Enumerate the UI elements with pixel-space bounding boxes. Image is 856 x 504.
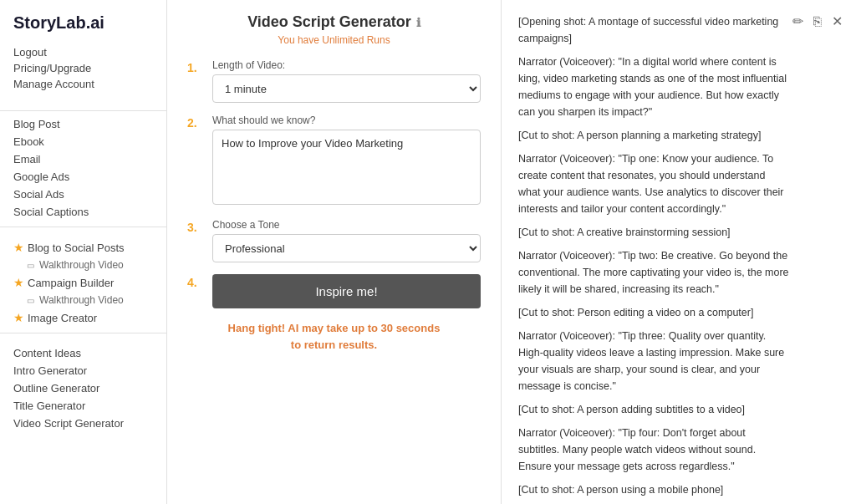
- form-panel: Video Script Generator ℹ You have Unlimi…: [167, 0, 502, 504]
- step-3-content: Choose a Tone Professional Casual Humoro…: [212, 219, 481, 262]
- output-paragraph: Narrator (Voiceover): "Tip two: Be creat…: [518, 247, 789, 298]
- output-paragraph: [Cut to shot: A person using a mobile ph…: [518, 481, 789, 498]
- logo: StoryLab.ai: [0, 13, 166, 46]
- campaign-builder[interactable]: ★ Campaign Builder: [13, 276, 153, 289]
- step-2-number: 2.: [187, 115, 204, 130]
- close-button[interactable]: ✕: [830, 12, 844, 31]
- step-1-label: Length of Video:: [212, 59, 481, 71]
- loading-message: Hang tight! AI may take up to 30 seconds…: [187, 320, 481, 353]
- step-2-content: What should we know? How to Improve your…: [212, 115, 481, 207]
- inspire-button[interactable]: Inspire me!: [212, 274, 481, 308]
- step-2: 2. What should we know? How to Improve y…: [187, 115, 481, 207]
- blog-post-link[interactable]: Blog Post: [13, 118, 153, 130]
- tone-select[interactable]: Professional Casual Humorous Inspiration…: [212, 234, 481, 262]
- intro-generator-link[interactable]: Intro Generator: [13, 364, 153, 377]
- info-icon[interactable]: ℹ: [416, 16, 420, 29]
- output-actions: ✏ ⎘ ✕: [791, 12, 844, 31]
- main-content: Video Script Generator ℹ You have Unlimi…: [167, 0, 856, 504]
- step-3-number: 3.: [187, 219, 204, 234]
- output-paragraph: Narrator (Voiceover): "Tip one: Know you…: [518, 150, 789, 217]
- ebook-link[interactable]: Ebook: [13, 135, 153, 148]
- social-captions-link[interactable]: Social Captions: [13, 206, 153, 218]
- page-title: Video Script Generator ℹ: [187, 13, 481, 31]
- bottom-nav: Content Ideas Intro Generator Outline Ge…: [0, 347, 166, 430]
- output-paragraph: Narrator (Voiceover): "Tip three: Qualit…: [518, 328, 789, 395]
- video-length-select[interactable]: 1 minute 30 seconds 2 minutes 3 minutes …: [212, 74, 481, 103]
- image-creator-label: Image Creator: [28, 312, 97, 324]
- email-link[interactable]: Email: [13, 153, 153, 165]
- top-links: Logout Pricing/Upgrade Manage Account: [0, 46, 166, 104]
- content-ideas-link[interactable]: Content Ideas: [13, 347, 153, 359]
- step-4: 4. Inspire me!: [187, 274, 481, 308]
- blog-to-social-posts[interactable]: ★ Blog to Social Posts: [13, 241, 153, 254]
- star-sections: ★ Blog to Social Posts ▭ Walkthrough Vid…: [0, 234, 166, 324]
- video-icon-1: ▭: [27, 261, 34, 270]
- step-3-label: Choose a Tone: [212, 219, 481, 231]
- step-1: 1. Length of Video: 1 minute 30 seconds …: [187, 59, 481, 103]
- video-script-generator-link[interactable]: Video Script Generator: [13, 417, 153, 430]
- google-ads-link[interactable]: Google Ads: [13, 171, 153, 183]
- title-generator-link[interactable]: Title Generator: [13, 400, 153, 412]
- output-panel: ✏ ⎘ ✕ [Opening shot: A montage of succes…: [502, 0, 856, 504]
- output-paragraph: [Opening shot: A montage of successful v…: [518, 13, 789, 47]
- step-3: 3. Choose a Tone Professional Casual Hum…: [187, 219, 481, 262]
- campaign-builder-label: Campaign Builder: [28, 277, 114, 289]
- output-paragraph: [Cut to shot: A person adding subtitles …: [518, 401, 789, 418]
- step-1-content: Length of Video: 1 minute 30 seconds 2 m…: [212, 59, 481, 103]
- step-1-number: 1.: [187, 59, 204, 74]
- manage-account-link[interactable]: Manage Account: [13, 78, 153, 90]
- nav-links: Blog Post Ebook Email Google Ads Social …: [0, 118, 166, 218]
- step-4-content: Inspire me!: [212, 274, 481, 308]
- outline-generator-link[interactable]: Outline Generator: [13, 382, 153, 395]
- social-ads-link[interactable]: Social Ads: [13, 188, 153, 201]
- output-paragraph: [Cut to shot: A creative brainstorming s…: [518, 224, 789, 241]
- output-paragraph: [Cut to shot: A person planning a market…: [518, 127, 789, 144]
- blog-to-social-walkthrough[interactable]: ▭ Walkthrough Video: [13, 259, 153, 271]
- image-creator[interactable]: ★ Image Creator: [13, 311, 153, 324]
- pricing-link[interactable]: Pricing/Upgrade: [13, 62, 153, 74]
- sidebar: StoryLab.ai Logout Pricing/Upgrade Manag…: [0, 0, 167, 504]
- step-4-number: 4.: [187, 274, 204, 289]
- output-text: [Opening shot: A montage of successful v…: [518, 13, 839, 504]
- topic-textarea[interactable]: How to Improve your Video Marketing: [212, 130, 481, 205]
- step-2-label: What should we know?: [212, 115, 481, 126]
- campaign-builder-walkthrough[interactable]: ▭ Walkthrough Video: [13, 294, 153, 306]
- output-paragraph: [Cut to shot: Person editing a video on …: [518, 304, 789, 321]
- blog-to-social-label: Blog to Social Posts: [28, 242, 125, 254]
- page-subtitle: You have Unlimited Runs: [187, 34, 481, 46]
- star-icon-3: ★: [13, 311, 24, 324]
- output-paragraph: Narrator (Voiceover): "Tip four: Don't f…: [518, 425, 789, 475]
- edit-button[interactable]: ✏: [791, 12, 805, 31]
- copy-button[interactable]: ⎘: [812, 12, 823, 31]
- output-paragraph: Narrator (Voiceover): "In a digital worl…: [518, 53, 789, 120]
- star-icon-1: ★: [13, 241, 24, 254]
- video-icon-2: ▭: [27, 296, 34, 305]
- star-icon-2: ★: [13, 276, 24, 289]
- logout-link[interactable]: Logout: [13, 46, 153, 59]
